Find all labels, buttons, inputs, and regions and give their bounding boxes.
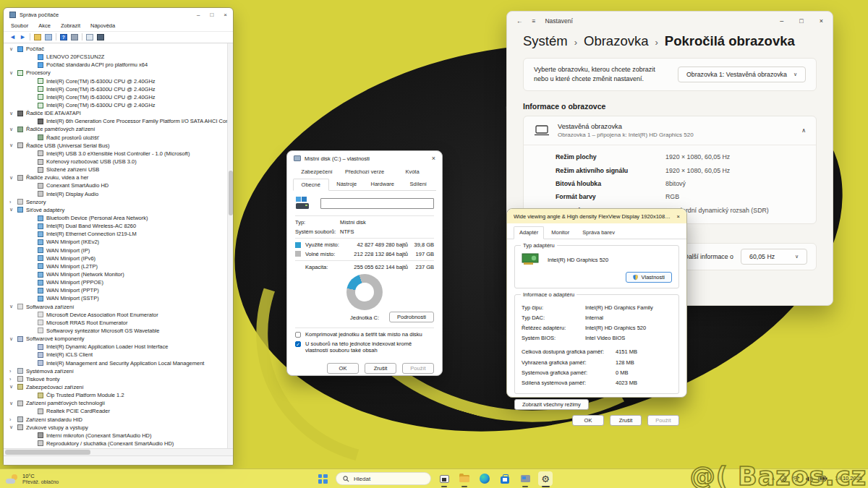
titlebar[interactable]: ← ≡ Nastavení – □ × [507, 12, 833, 30]
tree-item[interactable]: Interní mikrofon (Conexant SmartAudio HD… [4, 432, 233, 440]
tree-item[interactable]: Intel(R) Core(TM) i5-6300U CPU @ 2.40GHz [4, 93, 233, 101]
tree-item[interactable]: Počítač standardu ACPI pro platformu x64 [4, 61, 233, 69]
tab[interactable]: Správa barev [576, 226, 621, 239]
scrollbar-thumb[interactable] [5, 450, 90, 455]
tree-item[interactable]: ∨ Zařízení paměťových technologií [4, 399, 233, 407]
expander-icon[interactable]: ∨ [9, 424, 17, 430]
back-icon[interactable]: ← [516, 17, 523, 25]
tree-item[interactable]: Intel(R) Ethernet Connection I219-LM [4, 230, 233, 238]
tab[interactable]: Předchozí verze [341, 166, 388, 178]
tab[interactable]: Kvóta [388, 166, 436, 178]
tree-item[interactable]: Bluetooth Device (Personal Area Network) [4, 214, 233, 222]
expander-icon[interactable]: › [9, 377, 17, 382]
tree-item[interactable]: Intel(R) Core(TM) i5-6300U CPU @ 2.40GHz [4, 85, 233, 93]
tree-item[interactable]: Intel(R) USB 3.0 eXtensible Host Control… [4, 150, 233, 158]
close-icon[interactable]: × [677, 213, 680, 220]
tree-item[interactable]: › Senzory [4, 198, 233, 206]
tree-item[interactable]: Realtek PCIE CardReader [4, 407, 233, 415]
expander-icon[interactable]: ∨ [9, 207, 17, 213]
folder-icon[interactable] [34, 34, 41, 40]
expander-icon[interactable]: ∨ [9, 384, 17, 390]
compress-checkbox[interactable] [295, 332, 301, 338]
tree-item[interactable]: Řadič prostorů úložišť [4, 134, 233, 142]
apply-button[interactable]: Použít [647, 415, 679, 426]
taskbar-edge[interactable] [477, 471, 492, 486]
tab[interactable]: Monitor [545, 226, 575, 239]
refresh-icon[interactable] [86, 34, 93, 40]
taskbar-app-window[interactable] [437, 471, 451, 486]
menu-item[interactable]: Akce [38, 22, 51, 29]
expander-icon[interactable]: ∨ [9, 127, 17, 132]
tree-item[interactable]: ∨ Procesory [4, 69, 233, 77]
tree-item[interactable]: Softwarový syntezátor Microsoft GS Wavet… [4, 327, 233, 335]
window-list-icon[interactable] [45, 34, 52, 40]
properties-button[interactable]: Vlastnosti [626, 272, 672, 283]
tab[interactable]: Obecné [293, 179, 329, 191]
expander-icon[interactable]: ∨ [9, 304, 17, 309]
tree-item[interactable]: Intel(R) iCLS Client [4, 351, 233, 359]
apply-button[interactable]: Použít [402, 363, 434, 374]
display-select-dropdown[interactable]: Obrazovka 1: Vestavěná obrazovka ∨ [678, 67, 806, 82]
titlebar[interactable]: Wide viewing angle & High density FlexVi… [507, 209, 686, 223]
tree-item[interactable]: ∨ Softwarová zařízení [4, 303, 233, 311]
tree-item[interactable]: WAN Miniport (IP) [4, 247, 233, 254]
minimize-button[interactable]: – [780, 17, 783, 25]
tree-item[interactable]: › Systémová zařízení [4, 367, 233, 375]
horizontal-scrollbar[interactable] [4, 449, 233, 455]
tree-item[interactable]: ∨ Zvukové vstupy a výstupy [4, 424, 233, 432]
menu-item[interactable]: Zobrazit [61, 22, 80, 29]
hamburger-menu-icon[interactable]: ≡ [532, 17, 536, 25]
chevron-up-icon[interactable]: ∧ [801, 127, 806, 134]
ok-button[interactable]: OK [572, 415, 604, 426]
tree-item[interactable]: WAN Miniport (L2TP) [4, 262, 233, 270]
expander-icon[interactable]: ∨ [9, 70, 17, 76]
expander-icon[interactable]: ∨ [9, 336, 17, 342]
tree-item[interactable]: › Tiskové fronty [4, 375, 233, 383]
expander-icon[interactable]: ∨ [9, 142, 17, 148]
tree-item[interactable]: ∨ Řadiče USB (Universal Serial Bus) [4, 142, 233, 150]
titlebar[interactable]: Místní disk (C:) – vlastnosti × [287, 151, 442, 166]
cancel-button[interactable]: Zrušit [365, 363, 396, 374]
tree-item[interactable]: Čip Trusted Platform Module 1.2 [4, 391, 233, 399]
tree-item[interactable]: Intel(R) Dual Band Wireless-AC 8260 [4, 222, 233, 230]
expander-icon[interactable]: ∨ [9, 401, 17, 406]
refresh-rate-dropdown[interactable]: 60,05 Hz ∨ [741, 249, 807, 265]
tree-item[interactable]: WAN Miniport (SSTP) [4, 294, 233, 302]
taskbar-store[interactable] [498, 471, 512, 486]
tree-item[interactable]: Intel(R) Core(TM) i5-6300U CPU @ 2.40GHz [4, 77, 233, 85]
tree-item[interactable]: Microsoft RRAS Root Enumerator [4, 319, 233, 327]
taskbar-device-manager[interactable] [518, 471, 532, 486]
expander-icon[interactable]: › [9, 369, 17, 374]
tab[interactable]: Zabezpečení [293, 166, 341, 178]
tree-item[interactable]: Conexant SmartAudio HD [4, 181, 233, 189]
details-button[interactable]: Podrobnosti [389, 312, 434, 322]
close-button[interactable]: × [820, 17, 823, 25]
tree-item[interactable]: Intel(R) 6th Generation Core Processor F… [4, 117, 233, 125]
back-icon[interactable]: ◄ [9, 34, 16, 40]
tree-item[interactable]: LENOVO 20FCS1UN2Z [4, 53, 233, 61]
menu-item[interactable]: Soubor [11, 22, 28, 29]
tree-item[interactable]: ∨ Zabezpečovací zařízení [4, 383, 233, 391]
index-checkbox[interactable]: ✓ [295, 341, 301, 347]
minimize-button[interactable]: – [197, 12, 200, 18]
expander-icon[interactable]: › [9, 417, 17, 422]
tree-item[interactable]: Microsoft Device Association Root Enumer… [4, 311, 233, 319]
tree-item[interactable]: ∨ Řadiče zvuku, videa a her [4, 174, 233, 181]
computer-icon[interactable] [97, 34, 104, 40]
tree-item[interactable]: Kořenový rozbočovač USB (USB 3.0) [4, 158, 233, 166]
list-view-icon[interactable] [71, 34, 78, 40]
compress-checkbox-row[interactable]: Komprimovat jednotku a šetřit tak místo … [295, 331, 434, 338]
tree-item[interactable]: WAN Miniport (PPTP) [4, 286, 233, 294]
expander-icon[interactable]: ∨ [9, 111, 17, 116]
expander-icon[interactable]: › [9, 200, 17, 205]
tree-item[interactable]: ∨ Softwarové komponenty [4, 335, 233, 343]
tab[interactable]: Adaptér [514, 226, 544, 239]
taskbar-file-explorer[interactable] [457, 471, 472, 486]
tree-item[interactable]: WAN Miniport (IPv6) [4, 254, 233, 262]
close-icon[interactable]: × [432, 155, 435, 162]
tree-item[interactable]: ∨ Řadiče paměťových zařízení [4, 125, 233, 133]
tree-item[interactable]: WAN Miniport (PPPOE) [4, 278, 233, 286]
ok-button[interactable]: OK [327, 363, 359, 374]
tree-item[interactable]: WAN Miniport (IKEv2) [4, 238, 233, 246]
volume-label-input[interactable] [320, 198, 434, 209]
